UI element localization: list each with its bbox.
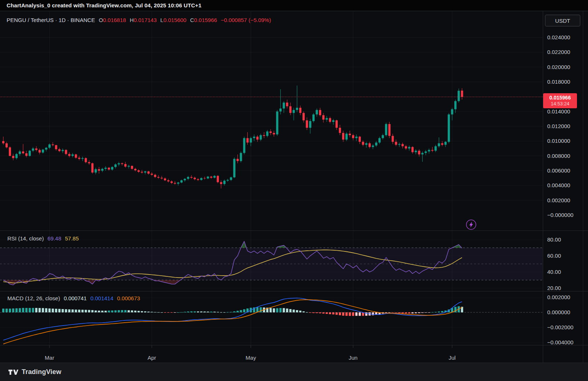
price-tick-label: 0.014000	[547, 108, 570, 115]
candle	[296, 108, 298, 110]
last-price-value: 0.015966	[549, 95, 571, 101]
candle	[461, 91, 463, 97]
macd-histogram-bar	[194, 311, 196, 312]
macd-histogram-bar	[137, 311, 140, 312]
macd-histogram-bar	[154, 312, 156, 312]
symbol-name[interactable]: PENGU / TetherUS · 1D · BINANCE	[7, 17, 95, 23]
candle	[266, 131, 268, 136]
candle	[412, 147, 414, 152]
macd-histogram-bar	[408, 312, 410, 313]
candle	[157, 177, 159, 178]
candle	[299, 108, 301, 113]
footer-bar: TradingView	[0, 363, 588, 381]
candle	[454, 101, 456, 109]
macd-histogram-bar	[214, 312, 216, 312]
candle	[131, 166, 133, 169]
high-label: H	[130, 17, 134, 23]
symbol-legend[interactable]: PENGU / TetherUS · 1D · BINANCE O0.01681…	[7, 17, 271, 23]
time-axis-month-label: Jul	[449, 355, 456, 361]
candle	[214, 176, 216, 178]
price-tick-label: 0.022000	[547, 49, 570, 55]
candle	[174, 183, 176, 184]
tradingview-brand-text[interactable]: TradingView	[22, 368, 61, 376]
candle	[421, 153, 423, 155]
candle	[352, 135, 354, 138]
candle	[180, 180, 183, 182]
candle	[342, 133, 344, 139]
macd-histogram-bar	[306, 312, 308, 313]
candle	[184, 179, 186, 180]
macd-histogram-bar	[322, 312, 325, 313]
macd-histogram-bar	[441, 311, 443, 312]
candle	[200, 178, 202, 180]
macd-histogram-bar	[434, 312, 437, 312]
candle	[365, 143, 368, 145]
rsi-ma-value: 57.85	[65, 235, 79, 242]
rsi-indicator-title[interactable]: RSI (14, close)	[7, 235, 44, 242]
candle	[65, 150, 67, 154]
candle	[329, 118, 331, 122]
candle	[39, 150, 41, 153]
macd-histogram-bar	[424, 312, 427, 313]
macd-line-value: 0.001414	[90, 295, 114, 301]
macd-histogram-bar	[121, 310, 123, 312]
candle	[177, 182, 179, 184]
candle	[402, 144, 404, 146]
price-tick-label: 0.004000	[547, 182, 570, 188]
candle	[6, 143, 8, 147]
macd-histogram-bar	[395, 312, 397, 313]
macd-histogram-bar	[359, 312, 361, 316]
macd-legend[interactable]: MACD (12, 26, close) 0.000741 0.001414 0…	[7, 295, 140, 301]
macd-histogram-bar	[326, 312, 328, 314]
price-tick-label: −0.000000	[547, 212, 573, 218]
macd-histogram-bar	[45, 308, 47, 312]
macd-histogram-bar	[9, 309, 11, 312]
macd-histogram-bar	[243, 309, 245, 312]
candle	[68, 154, 71, 156]
macd-histogram-bar	[98, 311, 100, 312]
candle	[269, 131, 272, 133]
rsi-legend[interactable]: RSI (14, close) 69.48 57.85	[7, 235, 79, 242]
macd-histogram-bar	[279, 308, 282, 312]
macd-histogram-bar	[177, 312, 179, 313]
currency-unit-button[interactable]: USDT	[545, 15, 580, 26]
macd-histogram-bar	[144, 311, 146, 312]
macd-histogram-bar	[161, 312, 163, 313]
candle	[72, 155, 74, 156]
candle	[283, 102, 285, 108]
candle	[111, 167, 113, 170]
candle	[49, 144, 51, 148]
macd-histogram-bar	[52, 309, 54, 312]
candle	[15, 154, 18, 158]
candle	[302, 113, 305, 120]
rsi-value: 69.48	[47, 235, 61, 242]
candle	[25, 153, 28, 156]
candle	[190, 177, 193, 178]
candle	[263, 135, 265, 136]
macd-histogram-bar	[15, 308, 18, 312]
candle	[253, 137, 255, 138]
macd-histogram-bar	[75, 309, 77, 312]
macd-histogram-bar	[200, 312, 202, 312]
rsi-panel[interactable]	[0, 241, 543, 285]
macd-histogram-bar	[210, 312, 212, 312]
candle	[161, 178, 163, 178]
candle	[171, 181, 173, 183]
candle	[32, 148, 34, 150]
candle	[395, 142, 397, 145]
macd-histogram-bar	[398, 312, 401, 313]
macd-indicator-title[interactable]: MACD (12, 26, close)	[7, 295, 60, 301]
macd-histogram-bar	[190, 311, 193, 312]
macd-histogram-bar	[388, 312, 391, 313]
candle	[316, 110, 318, 115]
macd-histogram-bar	[72, 309, 74, 312]
candle	[247, 138, 249, 142]
candle	[204, 178, 206, 178]
macd-histogram-bar	[22, 308, 24, 312]
chart-canvas[interactable]: 0.0240000.0220000.0200000.0180000.014000…	[0, 0, 588, 381]
candle	[388, 124, 391, 136]
tradingview-logo-icon[interactable]	[8, 369, 18, 375]
candle	[428, 150, 430, 152]
macd-histogram-bar	[418, 312, 420, 313]
candle	[144, 171, 146, 173]
